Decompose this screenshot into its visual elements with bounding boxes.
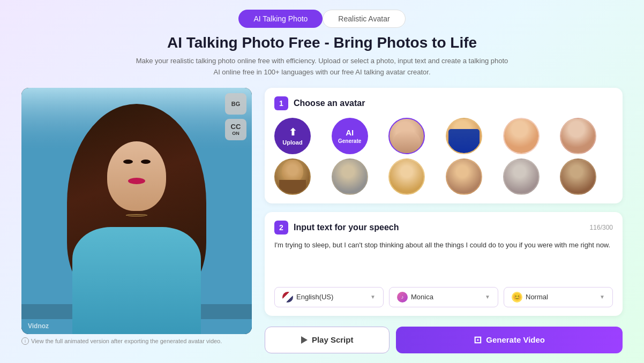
avatar-item-8-arabic-woman[interactable] <box>446 158 482 195</box>
view-note: i View the full animated version after e… <box>21 337 252 345</box>
input-text-section: 2 Input text for your speech 116/300 Eng… <box>265 212 623 316</box>
action-row: Play Script ⊡ Generate Video <box>265 327 623 353</box>
bg-button[interactable]: BG <box>225 93 246 115</box>
avatar-grid: ⬆ Upload AI Generate <box>274 118 613 195</box>
controls-panel: 1 Choose an avatar ⬆ Upload AI Generate <box>265 88 623 363</box>
language-chevron: ▼ <box>370 294 376 300</box>
char-count: 116/300 <box>590 224 613 231</box>
video-panel-wrapper: BG CC ON Subtitles will be displayed her… <box>21 88 252 345</box>
voice-chevron: ▼ <box>485 294 490 300</box>
avatar-item-4[interactable] <box>560 118 596 154</box>
tab-bar: AI Talking Photo Realistic Avatar <box>0 0 644 34</box>
step2-badge: 2 <box>274 221 288 235</box>
generate-video-button[interactable]: ⊡ Generate Video <box>396 327 623 353</box>
play-triangle-icon <box>301 336 308 344</box>
avatar-item-3[interactable] <box>503 118 540 154</box>
voice-selector[interactable]: ♪ Monica ▼ <box>389 287 498 307</box>
language-label: English(US) <box>296 293 333 301</box>
watermark-label: Vidnoz <box>28 322 49 330</box>
voice-icon: ♪ <box>397 292 408 303</box>
upload-avatar-button[interactable]: ⬆ Upload <box>274 118 311 154</box>
language-selector[interactable]: English(US) ▼ <box>274 287 384 307</box>
info-icon: i <box>21 337 29 345</box>
page-title: AI Talking Photo Free - Bring Photos to … <box>0 34 644 51</box>
mood-selector[interactable]: 😊 Normal ▼ <box>504 287 613 307</box>
language-row: English(US) ▼ ♪ Monica ▼ 😊 Normal <box>274 287 613 307</box>
step1-title: Choose an avatar <box>294 99 365 108</box>
choose-avatar-section: 1 Choose an avatar ⬆ Upload AI Generate <box>265 88 623 203</box>
avatar-item-9-gray-woman[interactable] <box>503 158 540 195</box>
voice-label: Monica <box>411 293 433 301</box>
tab-ai-talking-photo[interactable]: AI Talking Photo <box>238 10 323 28</box>
avatar-item-5-mona-lisa[interactable] <box>274 158 311 195</box>
avatar-item-7-3d-cartoon[interactable] <box>388 158 425 195</box>
step2-header: 2 Input text for your speech 116/300 <box>274 221 613 235</box>
step1-header: 1 Choose an avatar <box>274 96 613 110</box>
avatar-item-2[interactable] <box>446 118 482 154</box>
avatar-scroll-area: ⬆ Upload AI Generate <box>274 118 613 195</box>
step1-badge: 1 <box>274 96 288 110</box>
generate-video-icon: ⊡ <box>474 334 482 346</box>
page-subtitle: Make your realistic talking photo online… <box>134 56 510 78</box>
mood-chevron: ▼ <box>600 294 605 300</box>
tab-realistic-avatar[interactable]: Realistic Avatar <box>323 10 405 28</box>
generate-avatar-button[interactable]: AI Generate <box>332 118 368 154</box>
avatar-item-10-ronaldo[interactable] <box>560 158 596 195</box>
avatar-item-1[interactable] <box>388 118 425 154</box>
main-content: BG CC ON Subtitles will be displayed her… <box>0 88 644 363</box>
play-script-button[interactable]: Play Script <box>265 327 390 353</box>
avatar-item-6-einstein[interactable] <box>332 158 368 195</box>
step2-title: Input text for your speech <box>294 223 399 232</box>
flag-icon <box>282 292 293 303</box>
video-panel: BG CC ON Subtitles will be displayed her… <box>21 88 252 334</box>
upload-icon: ⬆ <box>289 126 297 138</box>
cc-button[interactable]: CC ON <box>225 119 246 140</box>
video-background <box>21 88 252 334</box>
mood-label: Normal <box>526 293 548 301</box>
mood-icon: 😊 <box>512 292 522 303</box>
speech-textarea[interactable] <box>274 240 613 278</box>
